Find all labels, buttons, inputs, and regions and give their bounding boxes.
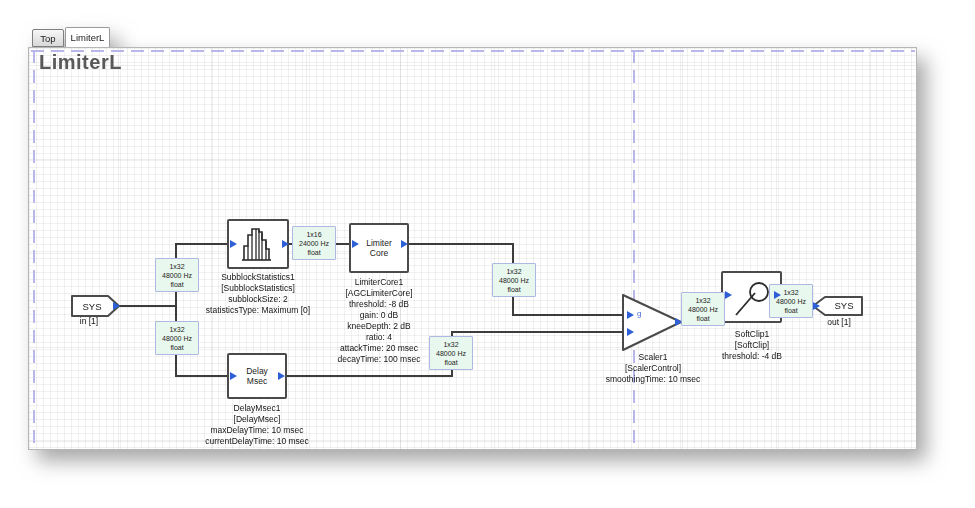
- delay-input-port-icon: [230, 372, 237, 380]
- subblock-output-port-icon: [282, 240, 289, 248]
- softclip-caption: SoftClip1 [SoftClip] threshold: -4 dB: [642, 329, 862, 362]
- sys-out-input-port-icon: [813, 302, 820, 310]
- sys-out-label: SYS: [825, 300, 863, 311]
- wire-label-delay-out[interactable]: 1x3248000 Hzfloat: [429, 336, 473, 370]
- delay-inner-line2: Msec: [246, 376, 268, 386]
- subblock-input-port-icon: [230, 240, 237, 248]
- wire-label-softclip-out[interactable]: 1x3248000 Hzfloat: [769, 284, 813, 318]
- wire-to-subblock[interactable]: [175, 243, 231, 245]
- wire-label-in-bottom[interactable]: 1x3248000 Hzfloat: [155, 321, 199, 355]
- softclip-output-port-icon: [774, 291, 781, 299]
- tab-limiterl[interactable]: LimiterL: [65, 27, 110, 47]
- designer-window: Top LimiterL LimiterL: [28, 26, 917, 450]
- page-title: LimiterL: [39, 51, 122, 74]
- page-guide-middle: [633, 50, 635, 450]
- wire-delay-out-h[interactable]: [286, 375, 453, 377]
- block-limiter-core[interactable]: Limiter Core: [349, 223, 409, 273]
- wire-label-in-top[interactable]: 1x3248000 Hzfloat: [155, 258, 199, 292]
- wire-to-delay[interactable]: [175, 375, 231, 377]
- wire-label-scaler-out[interactable]: 1x3248000 Hzfloat: [681, 292, 725, 326]
- wire-core-out-h[interactable]: [408, 243, 514, 245]
- delay-msec-caption: DelayMsec1 [DelayMsec] maxDelayTime: 10 …: [147, 403, 367, 447]
- diagram-canvas[interactable]: LimiterL: [28, 47, 917, 450]
- delay-output-port-icon: [278, 372, 285, 380]
- limiter-core-inner-line1: Limiter: [366, 238, 392, 248]
- scaler-output-port-icon: [675, 318, 682, 326]
- limiter-core-input-port-icon: [352, 240, 359, 248]
- wire-label-core-out[interactable]: 1x3248000 Hzfloat: [492, 263, 536, 297]
- page-guide-left: [33, 50, 35, 450]
- sys-out-caption: out [1]: [729, 317, 917, 328]
- sys-in-output-port-icon: [113, 302, 120, 310]
- softclip-input-port-icon: [725, 291, 732, 299]
- limiter-core-inner-line2: Core: [366, 248, 392, 258]
- page-guide-top: [31, 50, 915, 52]
- delay-inner-line1: Delay: [246, 366, 268, 376]
- screenshot-stage: Top LimiterL LimiterL: [0, 0, 975, 508]
- scaler-gain-pin-label: g: [637, 309, 641, 318]
- wire-core-to-scaler[interactable]: [512, 314, 625, 316]
- tab-bar: Top LimiterL: [28, 26, 917, 47]
- tab-top[interactable]: Top: [32, 29, 64, 47]
- softclip-curve-icon: [729, 275, 775, 319]
- scaler-gain-port-icon: [627, 311, 634, 319]
- sys-in-label: SYS: [73, 301, 111, 312]
- scaler-input-port-icon: [627, 328, 634, 336]
- histogram-icon: [238, 225, 278, 263]
- limiter-core-output-port-icon: [401, 240, 408, 248]
- wire-label-subblock-out[interactable]: 1x1624000 Hzfloat: [292, 226, 336, 260]
